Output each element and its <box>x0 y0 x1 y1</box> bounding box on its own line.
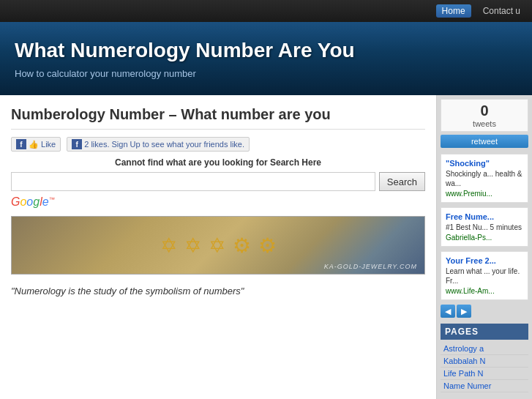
fb-count-box: f 2 likes. Sign Up to see what your frie… <box>67 137 250 152</box>
banner-symbol-3: ✡ <box>209 234 225 258</box>
sidebar-ad-3-title[interactable]: Your Free 2... <box>446 256 523 265</box>
facebook-bar: f 👍 Like f 2 likes. Sign Up to see what … <box>11 137 425 152</box>
sidebar-ad-1-desc: Shockingly a... health & wa... <box>446 169 523 188</box>
ad-next-button[interactable]: ▶ <box>457 305 471 318</box>
page-link-astrology[interactable]: Astrology a <box>441 343 528 355</box>
ad-navigation: ◀ ▶ <box>441 305 528 318</box>
sidebar-ad-3-desc: Learn what ... your life. Fr... <box>446 266 523 286</box>
sidebar-ad-1-url: www.Premiu... <box>446 190 523 198</box>
retweet-button[interactable]: retweet <box>441 135 528 148</box>
sidebar-ad-1-title[interactable]: "Shocking" <box>446 159 523 168</box>
page-link-lifepath[interactable]: Life Path N <box>441 368 528 380</box>
search-row: Search <box>11 172 425 191</box>
fb-like-count: 2 likes. <box>84 140 109 149</box>
fb-signup-suffix: to see what your friends like. <box>143 140 244 149</box>
site-subtitle: How to calculator your numerology number <box>15 68 517 79</box>
pages-section-header: PAGES <box>441 324 528 340</box>
search-button[interactable]: Search <box>379 172 425 191</box>
banner-symbol-4: ⚙ <box>233 234 251 258</box>
banner-ad[interactable]: ✡ ✡ ✡ ⚙ ⚙ KA-GOLD-JEWELRY.COM <box>11 216 425 275</box>
banner-symbol-2: ✡ <box>184 234 201 258</box>
sidebar-ad-3-url: www.Life-Am... <box>446 287 523 295</box>
fb-icon-2: f <box>72 139 82 149</box>
sidebar: 0 tweets retweet "Shocking" Shockingly a… <box>437 95 532 399</box>
sidebar-ad-2-url: Gabriella-Ps... <box>446 234 523 242</box>
sidebar-ad-1: "Shocking" Shockingly a... health & wa..… <box>441 154 528 203</box>
top-navigation: Home Contact u <box>0 0 532 22</box>
google-logo: Google™ <box>11 195 425 209</box>
page-link-name[interactable]: Name Numer <box>441 380 528 392</box>
banner-url: KA-GOLD-JEWELRY.COM <box>324 263 417 270</box>
fb-signup-link[interactable]: Sign Up <box>112 140 141 149</box>
tweet-count: 0 <box>444 102 525 119</box>
main-wrapper: Numberology Number – What number are you… <box>0 95 532 399</box>
fb-icon: f <box>16 139 26 149</box>
nav-home[interactable]: Home <box>436 4 471 18</box>
banner-symbol-1: ✡ <box>160 234 177 258</box>
nav-contact[interactable]: Contact u <box>479 4 525 18</box>
sidebar-ad-2-desc: #1 Best Nu... 5 minutes <box>446 223 523 232</box>
ad-prev-button[interactable]: ◀ <box>441 305 455 318</box>
main-content: Numberology Number – What number are you… <box>0 95 437 399</box>
fb-like-button[interactable]: f 👍 Like <box>11 137 61 152</box>
site-title: What Numerology Number Are You <box>15 39 517 62</box>
sidebar-ad-2-title[interactable]: Free Nume... <box>446 212 523 221</box>
sidebar-ad-3: Your Free 2... Learn what ... your life.… <box>441 251 528 300</box>
page-title: Numberology Number – What number are you <box>11 106 425 130</box>
site-header: What Numerology Number Are You How to ca… <box>0 22 532 95</box>
banner-symbol-5: ⚙ <box>258 234 277 258</box>
tweet-label: tweets <box>473 119 496 128</box>
sidebar-ad-2: Free Nume... #1 Best Nu... 5 minutes Gab… <box>441 207 528 247</box>
search-input[interactable] <box>11 172 375 191</box>
tweet-box: 0 tweets <box>441 99 528 132</box>
page-quote: "Numerology is the study of the symbolis… <box>11 286 425 297</box>
search-message: Cannot find what are you looking for Sea… <box>11 157 425 168</box>
page-link-kabbalah[interactable]: Kabbalah N <box>441 355 528 368</box>
